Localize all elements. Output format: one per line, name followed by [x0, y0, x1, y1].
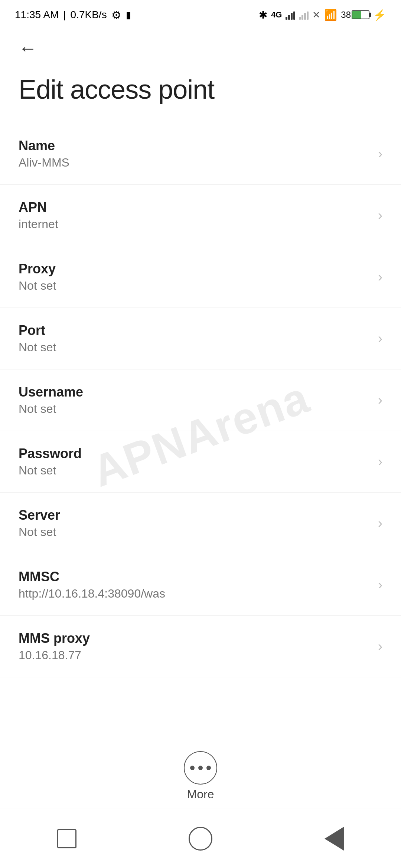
chevron-right-icon: ›: [378, 269, 382, 285]
settings-item-value: http://10.16.18.4:38090/was: [19, 587, 378, 601]
settings-item-label: APN: [19, 200, 378, 215]
nav-back-button[interactable]: [316, 820, 353, 857]
chevron-right-icon: ›: [378, 208, 382, 223]
chevron-right-icon: ›: [378, 454, 382, 470]
wifi-icon: 📶: [324, 9, 337, 21]
settings-item-label: Port: [19, 323, 378, 338]
status-bar-left: 11:35 AM | 0.7KB/s ⚙ ▮: [15, 9, 131, 22]
settings-item-mmsc[interactable]: MMSChttp://10.16.18.4:38090/was›: [0, 554, 401, 616]
settings-item-password[interactable]: PasswordNot set›: [0, 431, 401, 493]
settings-item-content: APNinternet: [19, 200, 378, 231]
settings-item-content: ServerNot set: [19, 507, 378, 539]
settings-item-value: Not set: [19, 464, 378, 477]
more-label: More: [187, 788, 214, 801]
settings-item-content: UsernameNot set: [19, 384, 378, 416]
settings-item-value: Not set: [19, 402, 378, 416]
home-button[interactable]: [182, 820, 219, 857]
settings-item-value: internet: [19, 217, 378, 231]
chevron-right-icon: ›: [378, 577, 382, 593]
settings-item-server[interactable]: ServerNot set›: [0, 493, 401, 554]
back-button[interactable]: ←: [15, 35, 41, 61]
page-title: Edit access point: [19, 74, 382, 105]
battery-box: [352, 10, 369, 19]
settings-item-label: Password: [19, 446, 378, 461]
settings-item-name[interactable]: NameAliv-MMS›: [0, 123, 401, 185]
square-icon: [57, 829, 76, 848]
recent-apps-button[interactable]: [48, 820, 85, 857]
bluetooth-icon: ✱: [259, 9, 267, 21]
battery-fill: [352, 11, 361, 19]
charging-icon: ⚡: [373, 9, 386, 21]
settings-item-port[interactable]: PortNot set›: [0, 308, 401, 369]
settings-item-label: MMS proxy: [19, 631, 378, 646]
more-button[interactable]: More: [184, 751, 217, 801]
battery-indicator: 38: [341, 10, 369, 20]
chevron-right-icon: ›: [378, 639, 382, 654]
signal-bars-1: [286, 10, 295, 20]
page-title-container: Edit access point: [0, 67, 401, 123]
no-signal-icon: ✕: [312, 9, 320, 21]
settings-item-username[interactable]: UsernameNot set›: [0, 369, 401, 431]
settings-item-label: Username: [19, 384, 378, 400]
nav-bar: [0, 809, 401, 868]
settings-item-content: PortNot set: [19, 323, 378, 354]
settings-item-label: Server: [19, 507, 378, 523]
settings-item-content: NameAliv-MMS: [19, 138, 378, 170]
status-bar-right: ✱ 4G ✕ 📶 38 ⚡: [259, 9, 386, 21]
settings-item-label: Proxy: [19, 261, 378, 277]
chevron-right-icon: ›: [378, 331, 382, 346]
settings-item-content: MMSChttp://10.16.18.4:38090/was: [19, 569, 378, 601]
chevron-right-icon: ›: [378, 516, 382, 531]
back-arrow-icon: ←: [19, 39, 37, 57]
chevron-right-icon: ›: [378, 392, 382, 408]
top-nav: ←: [0, 30, 401, 67]
time-display: 11:35 AM: [15, 9, 59, 21]
settings-item-mms-proxy[interactable]: MMS proxy10.16.18.77›: [0, 616, 401, 677]
camera-icon: ▮: [126, 9, 131, 21]
settings-item-value: Aliv-MMS: [19, 156, 378, 170]
settings-item-content: ProxyNot set: [19, 261, 378, 293]
network-4g-icon: 4G: [271, 10, 282, 20]
settings-icon: ⚙: [111, 9, 121, 22]
settings-item-proxy[interactable]: ProxyNot set›: [0, 246, 401, 308]
settings-item-content: PasswordNot set: [19, 446, 378, 477]
chevron-right-icon: ›: [378, 146, 382, 162]
battery-percent: 38: [341, 10, 351, 20]
settings-list: NameAliv-MMS›APNinternet›ProxyNot set›Po…: [0, 123, 401, 677]
settings-item-value: Not set: [19, 525, 378, 539]
status-bar: 11:35 AM | 0.7KB/s ⚙ ▮ ✱ 4G ✕ 📶 38 ⚡: [0, 0, 401, 30]
settings-item-apn[interactable]: APNinternet›: [0, 185, 401, 246]
settings-item-value: Not set: [19, 341, 378, 354]
more-dots-icon: [190, 766, 211, 770]
settings-item-value: 10.16.18.77: [19, 648, 378, 662]
signal-bars-2: [299, 10, 309, 20]
settings-item-label: MMSC: [19, 569, 378, 585]
speed-value: 0.7KB/s: [71, 9, 107, 21]
circle-icon: [189, 827, 212, 851]
settings-item-content: MMS proxy10.16.18.77: [19, 631, 378, 662]
triangle-icon: [325, 827, 344, 851]
settings-item-label: Name: [19, 138, 378, 154]
more-circle-icon: [184, 751, 217, 785]
speed-indicator: |: [63, 9, 66, 21]
settings-item-value: Not set: [19, 279, 378, 293]
